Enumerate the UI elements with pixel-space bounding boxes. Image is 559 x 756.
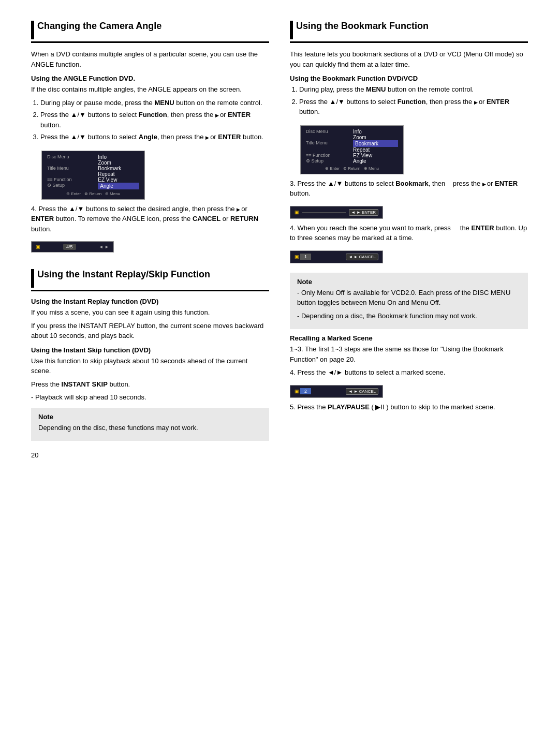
instant-skip-detail: Press the INSTANT SKIP button. — [31, 379, 269, 390]
instant-skip-detail2: - Playback will skip ahead 10 seconds. — [31, 392, 269, 403]
screen4-icon: ▣ — [295, 254, 299, 259]
screen4-cancel-btn: ◄ ► CANCEL — [346, 254, 378, 260]
bookmark-step3-screen: ▣ ◄ ► ENTER — [290, 206, 383, 219]
instant-functions-note: Note Depending on the disc, these functi… — [31, 408, 269, 441]
recalling-screen: ▣ 2 ◄ ► CANCEL — [290, 385, 383, 398]
angle-step-4: 4. Press the ▲/▼ buttons to select the d… — [31, 204, 269, 234]
bookmark-note-line1: - Only Menu Off is available for VCD2.0.… — [297, 288, 521, 308]
title-bar-decoration-2 — [31, 269, 34, 288]
angle-step-1: During play or pause mode, press the MEN… — [40, 98, 269, 108]
bookmark-intro: This feature lets you bookmark sections … — [290, 49, 528, 69]
bookmark-steps-list: During play, press the MENU button on th… — [290, 84, 528, 117]
recalling-steps-intro: 1~3. The first 1~3 steps are the same as… — [290, 344, 528, 364]
subsection-title-bookmark-dvd-vcd: Using the Bookmark Function DVD/VCD — [290, 75, 528, 82]
camera-angle-intro: When a DVD contains multiple angles of a… — [31, 49, 269, 69]
bookmark-step-3: 3. Press the ▲/▼ buttons to select Bookm… — [290, 179, 528, 199]
note-text: Depending on the disc, these functions m… — [38, 423, 262, 433]
bookmark-step4-screen: ▣ 1 ◄ ► CANCEL — [290, 250, 383, 263]
page-number: 20 — [31, 451, 269, 459]
right-column: Using the Bookmark Function This feature… — [290, 21, 528, 459]
angle-step-2: Press the ▲/▼ buttons to select Function… — [40, 110, 269, 130]
counter-icon: ▣ — [36, 244, 40, 249]
section-title-instant-replay: Using the Instant Replay/Skip Function — [31, 269, 269, 291]
title-bar-decoration-3 — [290, 21, 293, 39]
angle-function-desc: If the disc contains multiple angles, th… — [31, 84, 269, 95]
bookmark-note-line2: - Depending on a disc, the Bookmark func… — [297, 311, 521, 321]
subsection-title-angle-function: Using the ANGLE Function DVD. — [31, 75, 269, 82]
section-bookmark: Using the Bookmark Function This feature… — [290, 21, 528, 412]
section-camera-angle: Changing the Camera Angle When a DVD con… — [31, 21, 269, 257]
section-instant-replay: Using the Instant Replay/Skip Function U… — [31, 269, 269, 441]
screen3-enter-btn: ◄ ► ENTER — [349, 209, 378, 216]
bookmark-note-box: Note - Only Menu Off is available for VC… — [290, 273, 528, 330]
left-column: Changing the Camera Angle When a DVD con… — [31, 21, 269, 459]
recalling-step-5: 5. Press the PLAY/PAUSE ( ▶II ) button t… — [290, 402, 528, 412]
instant-skip-desc: Use this function to skip playback about… — [31, 356, 269, 376]
section-title-bookmark: Using the Bookmark Function — [290, 21, 528, 43]
subsection-title-recalling: Recalling a Marked Scene — [290, 334, 528, 342]
counter-nav: ◄ ► — [99, 244, 109, 249]
counter-value: 4/5 — [63, 244, 76, 250]
screen3-blank — [302, 212, 346, 213]
bookmark-menu-screen: Disc Menu Info Zoom Title Menu Bookmark … — [300, 125, 404, 174]
screen4-slot1: 1 — [300, 254, 311, 260]
subsection-title-instant-replay-dvd: Using the Instant Replay function (DVD) — [31, 298, 269, 305]
screen3-icon: ▣ — [295, 210, 299, 215]
bookmark-step-4: 4. When you reach the scene you want to … — [290, 223, 528, 243]
bookmark-step-1: During play, press the MENU button on th… — [299, 84, 528, 95]
section-title-camera-angle: Changing the Camera Angle — [31, 21, 269, 43]
title-bar-decoration — [31, 21, 34, 39]
angle-counter-screen: ▣ 4/5 ◄ ► — [31, 241, 114, 253]
angle-step-3: Press the ▲/▼ buttons to select Angle, t… — [40, 132, 269, 142]
bookmark-step-2: Press the ▲/▼ buttons to select Function… — [299, 97, 528, 117]
instant-replay-detail: If you press the INSTANT REPLAY button, … — [31, 321, 269, 341]
recalling-step-4: 4. Press the ◄/► buttons to select a mar… — [290, 367, 528, 378]
recalling-icon: ▣ — [295, 389, 299, 394]
bookmark-menu-footer: ⊕ Enter ⊗ Return ⊕ Menu — [306, 164, 398, 171]
note-title: Note — [38, 413, 262, 421]
instant-replay-desc: If you miss a scene, you can see it agai… — [31, 307, 269, 318]
menu-footer: ⊕ Enter ⊗ Return ⊕ Menu — [47, 189, 139, 196]
bookmark-note-title: Note — [297, 278, 521, 286]
recalling-cancel-btn: ◄ ► CANCEL — [346, 388, 378, 395]
subsection-title-instant-skip-dvd: Using the Instant Skip function (DVD) — [31, 346, 269, 354]
angle-menu-screen: Disc Menu Info Zoom Title Menu Bookmark … — [41, 151, 145, 200]
counter-row: ▣ 4/5 ◄ ► — [36, 244, 109, 250]
recalling-slot1: 2 — [300, 388, 311, 394]
angle-steps-list: During play or pause mode, press the MEN… — [31, 98, 269, 142]
